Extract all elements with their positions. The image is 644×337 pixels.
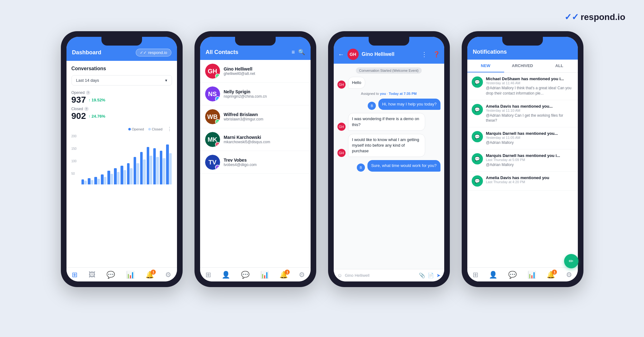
- nav-n-dashboard[interactable]: ⊞: [473, 271, 478, 279]
- notif-time-3: Yesterday at 11:05 AM: [486, 136, 573, 139]
- notif-item-1[interactable]: 💬 Michael DeShawn has mentioned you i...…: [467, 73, 578, 100]
- assigned-to: you: [380, 92, 386, 95]
- nav-c-reports[interactable]: 📊: [260, 271, 269, 279]
- notif-item-3[interactable]: 💬 Marquis Darnell has mentioned you... Y…: [467, 127, 578, 149]
- legend-closed: Closed: [148, 127, 162, 131]
- notif-icon-3: 💬: [472, 131, 483, 142]
- phone-contacts: All Contacts ≡ 🔍 GH W Gino Helliwell ghe…: [194, 31, 316, 287]
- system-msg: Conversation Started (Welcome Event): [356, 67, 422, 74]
- notif-item-4[interactable]: 💬 Marquis Darnell has mentioned you i...…: [467, 149, 578, 172]
- nav-settings[interactable]: ⚙: [165, 271, 171, 279]
- bar-opened: [88, 178, 90, 184]
- contact-item-5[interactable]: TV V Trev Vobes tvobes4@diigo.com: [200, 151, 311, 174]
- emoji-icon[interactable]: ☺: [337, 273, 342, 278]
- bar-opened: [94, 177, 97, 184]
- notification-badge-n: 1: [552, 270, 557, 275]
- nav-c-settings[interactable]: ⚙: [299, 271, 305, 279]
- dropdown-chevron: ▾: [165, 78, 167, 83]
- bar-closed: [130, 168, 132, 184]
- nav-c-contacts[interactable]: 👤: [222, 271, 230, 279]
- info-icon-2: ?: [84, 107, 89, 111]
- nav-dashboard[interactable]: ⊞: [72, 271, 77, 279]
- nav-n-chat[interactable]: 💬: [508, 271, 517, 279]
- nav-c-notifications[interactable]: 🔔 1: [279, 271, 288, 279]
- chart-y-labels: 200 150 100 50: [71, 134, 77, 184]
- notif-body-1: @Adrian Mallory I think that's a great i…: [486, 85, 573, 96]
- contact-item-3[interactable]: WB W Wilfred Brislawn wbrislawn3@imgur.c…: [200, 105, 311, 128]
- contact-item-2[interactable]: NS M Nelly Sprigin nspringin2@china.com.…: [200, 83, 311, 105]
- msg-user-2: GH I would like to know what I am gettin…: [337, 134, 440, 157]
- nav-c-dashboard[interactable]: ⊞: [205, 271, 211, 279]
- notch-3: [369, 37, 409, 46]
- date-dropdown[interactable]: Last 14 days ▾: [71, 75, 172, 85]
- paperclip-icon[interactable]: 📄: [428, 272, 434, 278]
- nav-notifications[interactable]: 🔔 1: [145, 271, 154, 279]
- system-msg-wrapper: Conversation Started (Welcome Event): [337, 67, 440, 74]
- notif-item-5[interactable]: 💬 Amelia Davis has mentioned you Last Th…: [467, 172, 578, 191]
- avatar-3: WB W: [205, 109, 220, 124]
- notif-list: 💬 Michael DeShawn has mentioned you i...…: [467, 73, 578, 267]
- nav-reports[interactable]: 📊: [126, 271, 135, 279]
- contact-item-1[interactable]: GH W Gino Helliwell ghelliwell0@a8.net: [200, 60, 311, 83]
- filter-icon[interactable]: ≡: [292, 49, 295, 56]
- help-icon[interactable]: ❓: [433, 51, 440, 58]
- nav-n-settings[interactable]: ⚙: [566, 271, 572, 279]
- bar-opened: [127, 163, 130, 184]
- contact-name-3: Wilfred Brislawn: [224, 112, 306, 117]
- nav-chat[interactable]: 💬: [106, 271, 115, 279]
- fab-button[interactable]: ✏: [564, 254, 578, 268]
- contact-email-4: mkarchowski5@disqus.com: [224, 140, 306, 144]
- bar-group: [153, 148, 159, 184]
- notif-body-2: @Adrian Mallory Can I get the working fi…: [486, 113, 573, 124]
- chart-more-icon[interactable]: ⋮: [167, 126, 172, 132]
- nav-contacts[interactable]: 🖼: [89, 271, 96, 279]
- notif-title: Notifications: [473, 49, 507, 55]
- notif-item-2[interactable]: 💬 Amelia Davis has mentioned you... Yest…: [467, 100, 578, 128]
- dashboard-logo-badge: ✓✓ respond.io: [136, 49, 171, 56]
- phones-row: Dashboard ✓✓ respond.io Conversations La…: [61, 31, 583, 287]
- back-icon[interactable]: ←: [338, 51, 344, 58]
- avatar-badge-2: M: [215, 96, 220, 101]
- notif-block-1: Michael DeShawn has mentioned you i... Y…: [486, 76, 573, 96]
- tab-archived[interactable]: ARCHIVED: [504, 60, 541, 72]
- bubble-hello: Hello: [348, 77, 366, 89]
- opened-label: Opened ?: [71, 90, 172, 95]
- contact-name-1: Gino Helliwell: [224, 66, 306, 71]
- contact-item-4[interactable]: MK E Marni Karchowski mkarchowski5@disqu…: [200, 128, 311, 151]
- notif-title-3: Marquis Darnell has mentioned you...: [486, 131, 573, 136]
- phone-chat: ← GH Gino Helliwell ⋮ ❓ Conversation Sta…: [328, 31, 450, 287]
- bar-opened: [140, 152, 143, 184]
- nav-n-reports[interactable]: 📊: [528, 271, 536, 279]
- contact-info-5: Trev Vobes tvobes4@diigo.com: [224, 158, 306, 167]
- phone-inner-3: ← GH Gino Helliwell ⋮ ❓ Conversation Sta…: [334, 37, 444, 281]
- closed-value: 902 ↑ 24.76%: [71, 111, 172, 121]
- chat-input[interactable]: Gino Helliwell: [345, 273, 416, 278]
- dashboard-content: Conversations Last 14 days ▾ Opened ? 93…: [66, 61, 177, 267]
- contact-info-4: Marni Karchowski mkarchowski5@disqus.com: [224, 135, 306, 144]
- bar-opened: [166, 144, 169, 184]
- tab-new[interactable]: NEW: [467, 60, 504, 72]
- send-icon[interactable]: ➤: [436, 272, 440, 278]
- nav-n-notifications[interactable]: 🔔 1: [547, 271, 555, 279]
- more-icon[interactable]: ⋮: [421, 51, 427, 58]
- legend-dot-closed: [148, 128, 151, 130]
- bar-closed: [124, 170, 126, 184]
- nav-c-chat[interactable]: 💬: [241, 271, 249, 279]
- chat-messages: Conversation Started (Welcome Event) GH …: [334, 64, 444, 269]
- notif-time-2: Yesterday at 11:10 AM: [486, 109, 573, 112]
- top-logo: ✓✓ respond.io: [564, 12, 625, 22]
- bar-closed: [91, 180, 93, 184]
- attach-icon[interactable]: 📎: [419, 272, 425, 278]
- notif-body-3: @Adrian Mallory: [486, 140, 573, 145]
- search-icon[interactable]: 🔍: [298, 49, 305, 56]
- tab-all[interactable]: ALL: [541, 60, 578, 72]
- logo-icon: ✓✓: [564, 12, 579, 22]
- phone-dashboard: Dashboard ✓✓ respond.io Conversations La…: [61, 31, 183, 287]
- bar-group: [140, 152, 146, 184]
- nav-n-contacts[interactable]: 👤: [489, 271, 497, 279]
- avatar-badge-3: W: [215, 119, 220, 124]
- chat-contact-name: Gino Helliwell: [362, 51, 418, 57]
- bar-opened: [160, 151, 162, 184]
- bar-closed: [150, 156, 152, 184]
- bar-opened: [120, 166, 123, 184]
